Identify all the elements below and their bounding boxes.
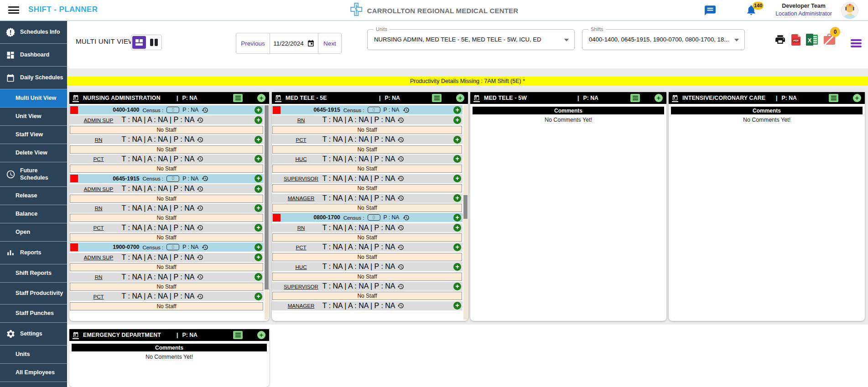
history-icon[interactable] — [398, 195, 405, 201]
role-link[interactable]: ADMIN SUP — [69, 184, 128, 193]
sidebar-item-future-schedules[interactable]: Future Schedules — [0, 162, 67, 187]
print-icon[interactable] — [774, 34, 786, 47]
role-link[interactable]: HUC — [272, 262, 330, 271]
pdf-icon[interactable]: PDF — [790, 34, 802, 47]
comment-icon[interactable] — [233, 94, 243, 102]
sidebar-item-schedules-info[interactable]: Schedules Info — [0, 21, 67, 44]
history-icon[interactable] — [197, 136, 203, 143]
sidebar-item-staff-view[interactable]: Staff View — [0, 126, 67, 144]
calendar-icon[interactable] — [72, 94, 79, 102]
role-link[interactable]: PCT — [272, 243, 330, 252]
history-icon[interactable] — [398, 283, 405, 290]
shift-alert-flag[interactable] — [273, 214, 281, 222]
add-icon[interactable]: + — [257, 94, 265, 102]
next-button[interactable]: Next — [318, 33, 341, 53]
scrollbar-thumb[interactable] — [265, 105, 269, 289]
role-link[interactable]: ADMIN SUP — [69, 253, 128, 262]
comment-icon[interactable] — [432, 94, 442, 102]
history-icon[interactable] — [197, 117, 203, 124]
history-icon[interactable] — [202, 107, 208, 114]
history-icon[interactable] — [197, 273, 203, 280]
add-staff-button[interactable]: + — [453, 302, 461, 310]
census-input[interactable] — [166, 244, 179, 250]
role-link[interactable]: PCT — [69, 292, 128, 301]
add-staff-button[interactable]: + — [255, 273, 262, 281]
add-staff-button[interactable]: + — [255, 106, 262, 114]
sidebar-item-schedules[interactable]: Schedules — [0, 382, 67, 387]
history-icon[interactable] — [402, 214, 409, 221]
calendar-icon[interactable] — [671, 94, 678, 102]
add-icon[interactable]: + — [853, 94, 861, 102]
role-link[interactable]: PCT — [272, 135, 330, 144]
add-staff-button[interactable]: + — [453, 194, 461, 202]
census-input[interactable] — [367, 214, 380, 221]
cancelled-shift-icon[interactable]: 0 — [822, 33, 837, 48]
role-link[interactable]: RN — [69, 135, 128, 144]
history-icon[interactable] — [398, 263, 405, 270]
add-staff-button[interactable]: + — [453, 214, 461, 222]
census-input[interactable] — [166, 107, 179, 113]
add-icon[interactable]: + — [655, 94, 663, 102]
history-icon[interactable] — [402, 107, 409, 114]
sidebar-item-dashboard[interactable]: Dashboard — [0, 44, 67, 67]
shift-alert-flag[interactable] — [273, 106, 281, 114]
sidebar-item-balance[interactable]: Balance — [0, 205, 67, 223]
history-icon[interactable] — [197, 186, 203, 192]
census-input[interactable] — [166, 175, 179, 182]
excel-icon[interactable]: X — [806, 34, 818, 47]
chat-icon[interactable] — [704, 5, 716, 16]
role-link[interactable]: RN — [69, 273, 128, 282]
sidebar-item-delete-view[interactable]: Delete View — [0, 144, 67, 162]
comment-icon[interactable] — [829, 94, 838, 102]
avatar[interactable] — [841, 2, 858, 19]
add-staff-button[interactable]: + — [453, 243, 461, 251]
sidebar-item-open[interactable]: Open — [0, 223, 67, 242]
add-staff-button[interactable]: + — [255, 185, 262, 193]
add-staff-button[interactable]: + — [255, 253, 262, 261]
history-icon[interactable] — [197, 224, 203, 231]
add-staff-button[interactable]: + — [255, 204, 262, 212]
previous-button[interactable]: Previous — [236, 33, 270, 53]
sidebar-item-release[interactable]: Release — [0, 187, 67, 205]
history-icon[interactable] — [398, 175, 405, 182]
user-block[interactable]: Developer Team Location Administrator — [770, 3, 837, 17]
add-icon[interactable]: + — [456, 94, 464, 102]
add-staff-button[interactable]: + — [255, 136, 262, 144]
sidebar-item-shift-reports[interactable]: Shift Reports — [0, 264, 67, 283]
history-icon[interactable] — [197, 254, 203, 261]
census-input[interactable] — [367, 107, 380, 113]
role-link[interactable]: SUPERVISOR — [272, 282, 330, 291]
history-icon[interactable] — [398, 155, 405, 162]
add-staff-button[interactable]: + — [255, 155, 262, 163]
history-icon[interactable] — [398, 302, 405, 309]
calendar-icon[interactable] — [72, 331, 79, 339]
role-link[interactable]: MANAGER — [272, 194, 330, 203]
calendar-icon[interactable] — [473, 94, 480, 102]
units-select[interactable]: Units NURSING ADMIN, MED TELE - 5E, MED … — [367, 29, 575, 50]
shift-alert-flag[interactable] — [70, 175, 78, 182]
history-icon[interactable] — [398, 244, 405, 251]
history-icon[interactable] — [202, 244, 208, 251]
sidebar-item-multi-unit-view[interactable]: Multi Unit View — [0, 89, 67, 108]
add-staff-button[interactable]: + — [255, 293, 262, 300]
add-staff-button[interactable]: + — [453, 136, 461, 144]
add-staff-button[interactable]: + — [453, 106, 461, 114]
history-icon[interactable] — [398, 224, 405, 231]
sidebar-item-daily-schedules[interactable]: Daily Schedules — [0, 67, 67, 89]
role-link[interactable]: RN — [69, 204, 128, 213]
add-icon[interactable]: + — [257, 331, 265, 339]
column-view-icon[interactable] — [147, 36, 161, 49]
vertical-scrollbar[interactable] — [463, 105, 468, 320]
role-link[interactable]: SUPERVISOR — [272, 174, 330, 183]
sidebar-item-units[interactable]: Units — [0, 346, 67, 364]
shift-alert-flag[interactable] — [70, 243, 78, 251]
sidebar-item-staff-productivity[interactable]: Staff Productivity — [0, 283, 67, 304]
sidebar-item-unit-view[interactable]: Unit View — [0, 108, 67, 126]
history-icon[interactable] — [202, 175, 208, 182]
hamburger-icon[interactable] — [8, 6, 19, 15]
history-icon[interactable] — [197, 205, 203, 212]
add-staff-button[interactable]: + — [453, 155, 461, 163]
add-staff-button[interactable]: + — [255, 175, 262, 182]
add-staff-button[interactable]: + — [453, 116, 461, 124]
add-staff-button[interactable]: + — [453, 283, 461, 290]
